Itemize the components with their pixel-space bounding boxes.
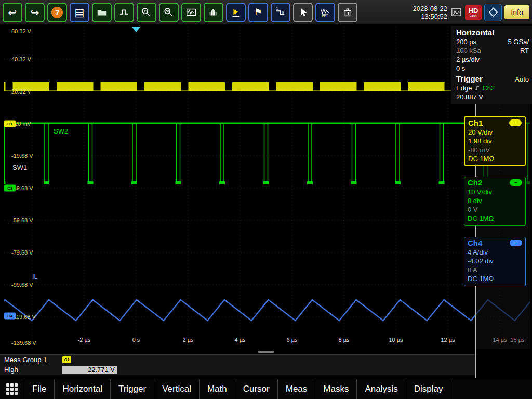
trigger-mode-value: Auto [515,75,529,83]
fft-icon[interactable]: FFT [315,3,335,22]
hd-mode-badge[interactable]: HD 16bit [465,5,482,20]
play-glyph [230,7,242,18]
logic-icon[interactable]: 10 [271,3,290,22]
help-icon[interactable]: ? [47,3,67,22]
y-axis-label: 20.32 V [11,88,31,95]
y-axis-label: -59.68 V [11,217,33,223]
y-axis-label: 60.32 V [11,28,31,34]
back-icon[interactable]: ↩ [3,3,22,22]
clock: 2023-08-22 13:50:52 [413,5,448,20]
ch4-coupling: DC 1MΩ [468,274,522,283]
ch4-zero-marker[interactable]: C4 [4,313,16,320]
y-axis-label: -79.68 V [11,249,33,256]
x-axis-label: 4 µs [234,337,245,343]
menu-item-file[interactable]: File [24,379,54,399]
info-button[interactable]: Info [504,5,529,19]
comb-glyph [208,7,219,18]
trigger-type-value: Edge [456,84,472,92]
recall-icon[interactable] [114,3,134,22]
rs-logo [484,4,502,21]
x-axis-label: -2 µs [78,337,91,343]
x-axis-label: 6 µs [286,337,297,343]
apps-menu-icon[interactable] [0,379,24,399]
menu-item-meas[interactable]: Meas [277,379,315,399]
magnifier-plus-glyph [141,7,152,18]
ch2-coupling: DC 1MΩ [468,214,522,223]
screenshot-icon[interactable] [450,7,462,18]
date-text: 2023-08-22 [413,5,448,12]
report-icon[interactable]: ▤ [70,3,89,22]
channel-box-ch4[interactable]: Ch4 – 4 A/div -4.02 div 0 A DC 1MΩ [464,237,526,286]
ch2-minimize-button[interactable]: – [510,179,522,186]
menu-item-analysis[interactable]: Analysis [356,379,405,399]
measurement-row-label: High [4,366,18,374]
y-axis-label: 40.32 V [11,56,31,62]
ch4-minimize-button[interactable]: – [510,240,522,246]
ch4-position: -4.02 div [468,257,522,265]
ch1-minimize-button[interactable]: – [509,119,522,126]
diamond-glyph [488,7,498,17]
cursor-select-icon[interactable] [293,3,313,22]
timebase-scale-value: 2 µs/div [456,55,480,64]
ch1-zero-marker[interactable]: C1 [4,121,16,127]
ch1-scale: 20 V/div [468,128,522,137]
menu-item-math[interactable]: Math [199,379,235,399]
grid-dots-glyph [6,383,18,395]
measurement-panel[interactable]: Meas Group 1 C1 High 22.771 V [0,354,475,375]
open-icon[interactable] [92,3,112,22]
trigger-level-value: 20.887 V [456,92,483,101]
ch1-offset: -80 mV [468,145,522,154]
channel-box-ch2[interactable]: Ch2 – 10 V/div 0 div 0 V DC 1MΩ [464,177,526,226]
horizontal-scroll-indicator[interactable] [258,351,274,353]
grid-wave-glyph [185,7,197,18]
forward-arrow-glyph: ↪ [31,7,39,18]
report-glyph: ▤ [75,7,85,18]
menu-item-display[interactable]: Display [406,379,451,399]
ch2-position: 0 div [468,196,522,205]
trash-glyph [342,7,353,18]
hd-label: HD [469,7,478,14]
demo-icon[interactable] [226,3,246,22]
zoom-icon[interactable] [137,3,156,22]
menu-item-trigger[interactable]: Trigger [110,379,154,399]
time-text: 13:50:52 [413,12,448,20]
scale-icon[interactable] [181,3,201,22]
ch2-scale: 10 V/div [468,188,522,196]
ch4-scale: 4 A/div [468,248,522,257]
search-icon[interactable] [159,3,179,22]
forward-icon[interactable]: ↪ [25,3,45,22]
ch2-zero-marker[interactable]: C2 [4,185,16,192]
menu-item-horizontal[interactable]: Horizontal [54,379,110,399]
resolution-value: 200 ps [456,37,476,46]
delete-icon[interactable] [338,3,357,22]
acquisition-info-panel[interactable]: Horizontal 200 ps 5 GSa/ 100 kSa RT 2 µs… [451,26,532,104]
measurement-value: 22.771 V [62,366,117,374]
sample-rate-value: 5 GSa/ [508,37,529,46]
back-arrow-glyph: ↩ [8,7,17,18]
trace-label-il: IL [32,273,38,281]
menu-item-cursor[interactable]: Cursor [235,379,277,399]
ch2-offset: 0 V [468,205,522,214]
measurement-group-label: Meas Group 1 [4,356,47,364]
flag-icon[interactable]: ⚑ [248,3,268,22]
spectrum-icon[interactable] [204,3,223,22]
horizontal-position-value: 0 s [456,64,465,73]
trace-label-sw2: SW2 [54,127,68,135]
horizontal-panel-title: Horizontal [456,28,529,37]
signal-glyph [118,7,130,18]
channel-box-ch1[interactable]: Ch1 – 20 V/div 1.98 div -80 mV DC 1MΩ [464,116,526,166]
x-axis-label: 0 s [132,337,140,343]
menu-item-vertical[interactable]: Vertical [154,379,199,399]
y-axis-label: -19.68 V [11,153,33,159]
fft-glyph: FFT [320,7,331,18]
record-length-value: 100 kSa [456,46,481,55]
hd-sublabel: 16bit [470,14,476,17]
trigger-source-value: Ch2 [482,84,495,92]
y-axis-label: -99.68 V [11,282,33,288]
menu-item-masks[interactable]: Masks [315,379,356,399]
picture-glyph [451,8,461,17]
svg-text:1: 1 [276,7,278,10]
trace-label-sw1: SW1 [12,164,27,171]
ch1-coupling: DC 1MΩ [468,154,522,163]
rising-edge-icon [474,85,480,91]
